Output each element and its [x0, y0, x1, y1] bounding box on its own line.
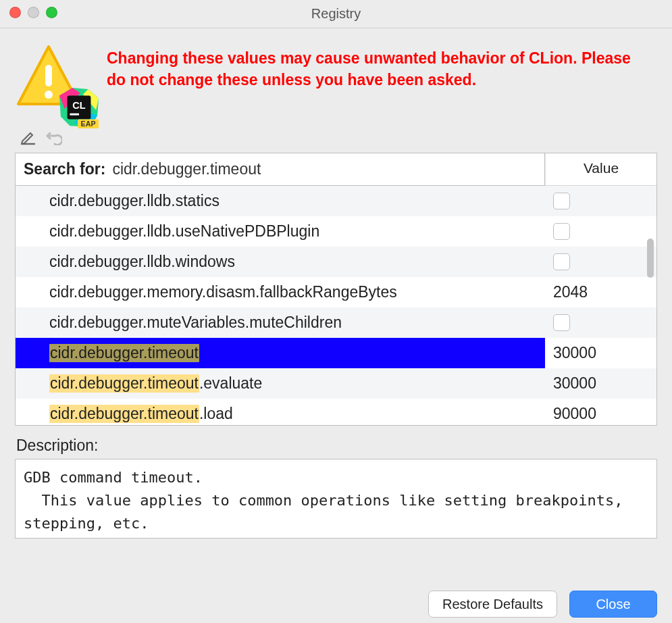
table-row[interactable]: cidr.debugger.timeout.evaluate30000 [16, 368, 656, 399]
minimize-window-button[interactable] [28, 7, 39, 18]
registry-value-cell[interactable] [545, 216, 656, 247]
checkbox[interactable] [553, 314, 570, 331]
table-row[interactable]: cidr.debugger.timeout.load90000 [16, 399, 656, 425]
registry-key-cell: cidr.debugger.timeout [16, 338, 545, 368]
window-titlebar: Registry [0, 0, 672, 28]
column-header-value: Value [545, 153, 656, 185]
registry-key-cell: cidr.debugger.muteVariables.muteChildren [16, 307, 545, 338]
description-heading: Description: [16, 437, 656, 455]
checkbox[interactable] [553, 223, 570, 240]
close-window-button[interactable] [9, 7, 21, 18]
registry-value-cell[interactable] [545, 186, 656, 216]
table-row[interactable]: cidr.debugger.memory.disasm.fallbackRang… [16, 277, 656, 307]
checkbox[interactable] [553, 193, 570, 209]
search-cell[interactable]: Search for: cidr.debugger.timeout [15, 153, 545, 186]
search-term: cidr.debugger.timeout [112, 160, 261, 178]
registry-key-cell: cidr.debugger.timeout.load [16, 399, 545, 425]
revert-button[interactable] [45, 128, 63, 146]
table-row[interactable]: cidr.debugger.lldb.statics [16, 186, 656, 216]
table-row[interactable]: cidr.debugger.lldb.windows [16, 247, 656, 277]
eap-badge-label: EAP [81, 120, 96, 128]
table-header: Search for: cidr.debugger.timeout Value [16, 153, 656, 186]
registry-key-cell: cidr.debugger.lldb.useNativePDBPlugin [16, 216, 545, 247]
toolbar [19, 128, 657, 146]
svg-point-1 [45, 91, 53, 99]
registry-value-cell[interactable] [545, 307, 656, 338]
scrollbar[interactable] [644, 186, 654, 425]
pencil-icon [20, 129, 36, 145]
registry-key-cell: cidr.debugger.memory.disasm.fallbackRang… [16, 277, 545, 307]
clion-badge-abbr: CL [72, 100, 85, 111]
traffic-lights [9, 7, 57, 18]
table-row[interactable]: cidr.debugger.lldb.useNativePDBPlugin [16, 216, 656, 247]
table-body: cidr.debugger.lldb.staticscidr.debugger.… [16, 186, 656, 425]
registry-key-cell: cidr.debugger.lldb.statics [16, 186, 545, 216]
registry-value-cell[interactable]: 30000 [545, 368, 656, 399]
table-row[interactable]: cidr.debugger.timeout30000 [16, 338, 656, 368]
registry-value-cell[interactable]: 90000 [545, 399, 656, 425]
registry-value-cell[interactable]: 30000 [545, 338, 656, 368]
registry-table: Search for: cidr.debugger.timeout Value … [15, 153, 657, 426]
restore-defaults-button[interactable]: Restore Defaults [428, 591, 557, 618]
registry-value-cell[interactable] [545, 247, 656, 277]
table-row[interactable]: cidr.debugger.muteVariables.muteChildren [16, 307, 656, 338]
description-text: GDB command timeout. This value applies … [15, 459, 657, 539]
undo-icon [46, 129, 62, 145]
registry-value-cell[interactable]: 2048 [545, 277, 656, 307]
registry-key-cell: cidr.debugger.lldb.windows [16, 247, 545, 277]
window-title: Registry [0, 6, 672, 22]
edit-button[interactable] [19, 128, 38, 146]
search-label: Search for: [24, 160, 105, 178]
clion-app-icon: CL EAP [58, 86, 100, 128]
checkbox[interactable] [553, 253, 570, 270]
svg-rect-0 [45, 65, 52, 86]
scrollbar-thumb[interactable] [647, 239, 654, 278]
svg-rect-7 [70, 114, 79, 116]
warning-text: Changing these values may cause unwanted… [107, 47, 657, 91]
warning-icon-group: CL EAP [15, 43, 96, 124]
zoom-window-button[interactable] [46, 7, 57, 18]
dialog-footer: Restore Defaults Close [0, 577, 672, 623]
registry-key-cell: cidr.debugger.timeout.evaluate [16, 368, 545, 399]
close-button[interactable]: Close [569, 591, 657, 618]
